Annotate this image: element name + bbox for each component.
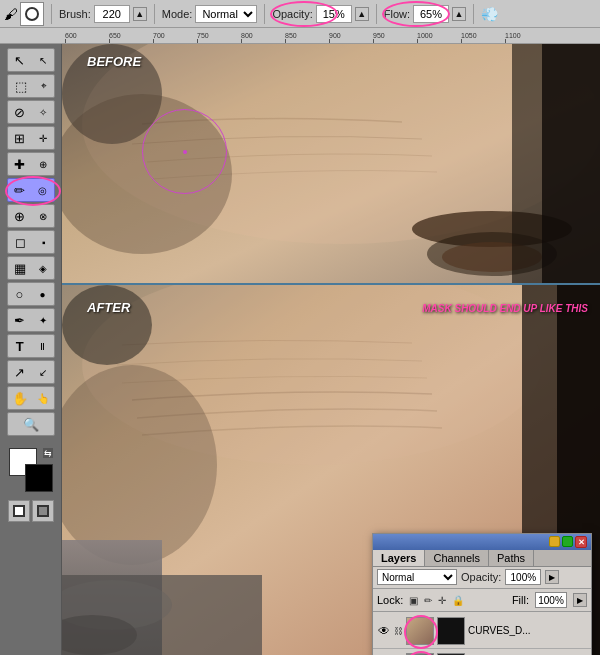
- mode-label: Mode:: [162, 8, 193, 20]
- color-swatches: ⇆: [9, 444, 53, 496]
- minimize-btn[interactable]: [549, 536, 560, 547]
- panel-divider-1: [373, 588, 591, 589]
- lock-transparent-icon[interactable]: ▣: [409, 595, 418, 606]
- fill-arrow-btn[interactable]: ▶: [573, 593, 587, 607]
- tool-move[interactable]: ↖↖: [7, 48, 55, 72]
- svg-point-2: [412, 211, 572, 247]
- ruler-mark-750: 750: [197, 32, 241, 43]
- before-photo: BEFORE: [62, 44, 600, 284]
- flow-arrow[interactable]: ▲: [452, 7, 466, 21]
- opacity-input[interactable]: [316, 5, 352, 23]
- svg-point-8: [62, 94, 232, 254]
- svg-point-16: [62, 365, 217, 565]
- canvas-area[interactable]: BEFORE: [62, 44, 600, 655]
- blend-opacity-row: Normal Opacity: ▶: [373, 567, 591, 587]
- foreground-background-colors[interactable]: ⇆: [9, 448, 53, 492]
- mask-annotation: MASK SHOULD END UP LIKE THIS: [422, 303, 588, 314]
- lock-all-icon[interactable]: 🔒: [452, 595, 464, 606]
- divider-5: [473, 4, 474, 24]
- tool-lasso[interactable]: ⊘✧: [7, 100, 55, 124]
- lock-move-icon[interactable]: ✛: [438, 595, 446, 606]
- tool-clone[interactable]: ⊕⊗: [7, 204, 55, 228]
- ruler-mark-1100: 1100: [505, 32, 549, 43]
- ruler-mark-700: 700: [153, 32, 197, 43]
- foreground-color-swatch[interactable]: [25, 464, 53, 492]
- panel-tabs: Layers Channels Paths: [373, 550, 591, 567]
- panel-divider-2: [373, 611, 591, 612]
- maximize-btn[interactable]: [562, 536, 573, 547]
- tool-path[interactable]: ↗↙: [7, 360, 55, 384]
- brush-center-dot: [183, 150, 187, 154]
- flow-input[interactable]: [413, 5, 449, 23]
- svg-rect-5: [512, 44, 600, 284]
- airbrush-icon[interactable]: 💨: [481, 6, 498, 22]
- svg-rect-0: [62, 44, 600, 284]
- svg-point-19: [62, 580, 172, 630]
- brush-tool-highlight: [5, 176, 61, 206]
- ruler-mark-1050: 1050: [461, 32, 505, 43]
- tab-channels[interactable]: Channels: [425, 550, 488, 566]
- layer-1-name: CURVES_D...: [468, 625, 587, 636]
- svg-rect-6: [542, 44, 600, 284]
- brush-tool-indicator: 🖌: [4, 2, 44, 26]
- svg-rect-15: [62, 285, 152, 365]
- tab-layers[interactable]: Layers: [373, 550, 425, 566]
- swap-colors-icon[interactable]: ⇆: [43, 448, 53, 458]
- tool-crop[interactable]: ⊞✛: [7, 126, 55, 150]
- tool-eraser[interactable]: ◻▪: [7, 230, 55, 254]
- tool-pen[interactable]: ✒✦: [7, 308, 55, 332]
- blend-mode-select[interactable]: Normal: [377, 569, 457, 585]
- panel-window-controls: ✕: [549, 536, 587, 548]
- layer-1-link: ⛓: [394, 626, 403, 636]
- svg-rect-18: [62, 575, 262, 655]
- brush-size-arrow-up[interactable]: ▲: [133, 7, 147, 21]
- ruler-marks: 600 650 700 750 800 850 900 950: [65, 32, 549, 43]
- svg-rect-17: [62, 540, 162, 655]
- tool-hand[interactable]: ✋👆: [7, 386, 55, 410]
- mode-control: Mode: Normal: [162, 5, 258, 23]
- standard-mode-btn[interactable]: [8, 500, 30, 522]
- close-btn[interactable]: ✕: [575, 536, 587, 548]
- tool-marquee[interactable]: ⬚⌖: [7, 74, 55, 98]
- fill-value-input[interactable]: [535, 592, 567, 608]
- opacity-control: Opacity: ▲: [272, 5, 368, 23]
- brush-size-control: Brush: ▲: [59, 5, 147, 23]
- layers-panel-titlebar: ✕: [373, 534, 591, 550]
- opacity-value-input[interactable]: [505, 569, 541, 585]
- layer-row-1[interactable]: 👁 ⛓ CURVES_D...: [373, 613, 591, 649]
- ruler-mark-850: 850: [285, 32, 329, 43]
- layer-1-mask: [437, 617, 465, 645]
- ruler-mark-800: 800: [241, 32, 285, 43]
- layer-1-visibility[interactable]: 👁: [377, 624, 391, 638]
- ruler-mark-600: 600: [65, 32, 109, 43]
- opacity-label: Opacity:: [461, 571, 501, 583]
- svg-point-4: [442, 242, 542, 272]
- tool-type[interactable]: TⅡ: [7, 334, 55, 358]
- opacity-arrow-btn[interactable]: ▶: [545, 570, 559, 584]
- flow-label: Flow:: [384, 8, 410, 20]
- ruler-mark-650: 650: [109, 32, 153, 43]
- brush-size-input[interactable]: [94, 5, 130, 23]
- quick-mask-btn[interactable]: [32, 500, 54, 522]
- tool-gradient[interactable]: ▦◈: [7, 256, 55, 280]
- svg-point-3: [427, 232, 557, 276]
- ruler-mark-1000: 1000: [417, 32, 461, 43]
- ruler-mark-950: 950: [373, 32, 417, 43]
- after-photo: AFTER MASK SHOULD END UP LIKE THIS ✕ Lay…: [62, 285, 600, 655]
- tool-brush[interactable]: ✏◎: [7, 178, 55, 202]
- quick-mask-buttons: [8, 500, 54, 522]
- layer-row-2[interactable]: 👁 ⛓ CURVES_D...: [373, 649, 591, 655]
- lock-label: Lock:: [377, 594, 403, 606]
- opacity-arrow[interactable]: ▲: [355, 7, 369, 21]
- mode-select[interactable]: Normal: [195, 5, 257, 23]
- brush-preview[interactable]: [20, 2, 44, 26]
- lock-paint-icon[interactable]: ✏: [424, 595, 432, 606]
- ruler-top: 600 650 700 750 800 850 900 950: [0, 28, 600, 44]
- tool-dodge[interactable]: ○●: [7, 282, 55, 306]
- brush-label: Brush:: [59, 8, 91, 20]
- layer-2-thumb-highlight: [404, 651, 438, 656]
- tool-heal[interactable]: ✚⊕: [7, 152, 55, 176]
- tab-paths[interactable]: Paths: [489, 550, 534, 566]
- after-label: AFTER: [87, 300, 130, 315]
- tool-zoom[interactable]: 🔍: [7, 412, 55, 436]
